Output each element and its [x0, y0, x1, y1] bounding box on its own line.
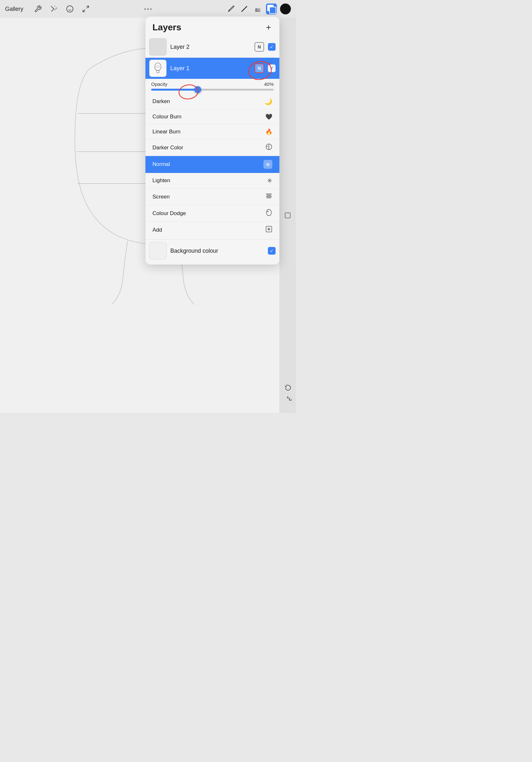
normal-mode-badge: N: [263, 160, 272, 169]
layer-1-mode-badge[interactable]: N: [254, 63, 264, 73]
blend-mode-linear-burn[interactable]: Linear Burn 🔥: [146, 124, 279, 139]
pen-tool-icon[interactable]: [239, 4, 249, 14]
opacity-row: Opacity 40%: [146, 79, 279, 94]
opacity-label: Opacity: [151, 81, 167, 87]
transform-icon[interactable]: [81, 4, 91, 14]
svg-rect-9: [257, 8, 260, 12]
layers-panel: Layers + Layer 2 N ✓ Layer 1 N: [146, 17, 279, 265]
gallery-button[interactable]: Gallery: [5, 6, 23, 12]
blend-mode-colour-dodge[interactable]: Colour Dodge: [146, 205, 279, 222]
svg-rect-28: [285, 213, 290, 218]
blend-mode-darker-color[interactable]: Darker Color: [146, 139, 279, 156]
blend-mode-lighten[interactable]: Lighten ✳: [146, 173, 279, 189]
background-colour-row[interactable]: Background colour ✓: [146, 239, 279, 262]
blend-modes-list: Darken 🌙 Colour Burn 🖤 Linear Burn 🔥 Dar…: [146, 94, 279, 238]
layer-1-visibility-checkbox[interactable]: ✓: [268, 64, 276, 72]
svg-line-7: [83, 10, 85, 12]
opacity-slider-fill: [151, 89, 198, 91]
add-layer-button[interactable]: +: [265, 23, 272, 32]
layer-1-thumbnail: [149, 60, 166, 77]
opacity-value: 40%: [264, 81, 274, 87]
layer-2-name: Layer 2: [170, 44, 251, 50]
svg-point-24: [267, 211, 269, 212]
blend-mode-darken[interactable]: Darken 🌙: [146, 94, 279, 110]
background-colour-checkbox[interactable]: ✓: [268, 247, 276, 255]
svg-point-23: [266, 209, 271, 216]
opacity-slider[interactable]: [151, 89, 274, 91]
right-sidebar: [279, 18, 296, 413]
layer-2-mode-badge[interactable]: N: [254, 42, 264, 52]
color-picker-button[interactable]: [280, 4, 291, 14]
magic-icon[interactable]: [49, 4, 59, 14]
opacity-label-row: Opacity 40%: [151, 81, 274, 87]
layer-1-item[interactable]: Layer 1 N ✓: [146, 58, 279, 79]
layers-toggle-button[interactable]: [266, 4, 277, 14]
toolbar-dots: [145, 8, 152, 10]
layer-1-name: Layer 1: [170, 65, 251, 72]
background-colour-label: Background colour: [170, 248, 264, 254]
blend-mode-add[interactable]: Add: [146, 222, 279, 238]
layers-panel-header: Layers +: [146, 17, 279, 37]
redo-button[interactable]: [282, 394, 294, 407]
eraser-tool-icon[interactable]: [253, 4, 263, 14]
toolbar-left: Gallery: [5, 4, 223, 14]
layer-2-visibility-checkbox[interactable]: ✓: [268, 43, 276, 51]
svg-line-6: [87, 6, 89, 8]
opacity-slider-thumb[interactable]: [194, 86, 201, 93]
smudge-icon[interactable]: [65, 4, 75, 14]
layers-panel-title: Layers: [153, 22, 181, 33]
transform-sidebar-button[interactable]: [282, 209, 294, 221]
background-colour-thumbnail: [149, 242, 166, 260]
toolbar-right: [226, 4, 291, 14]
blend-mode-normal[interactable]: Normal N: [146, 156, 279, 173]
svg-point-11: [155, 63, 161, 70]
blend-mode-colour-burn[interactable]: Colour Burn 🖤: [146, 110, 279, 124]
pencil-tool-icon[interactable]: [226, 4, 236, 14]
wrench-icon[interactable]: [33, 4, 43, 14]
layer-2-thumbnail: [149, 38, 166, 55]
toolbar: Gallery: [0, 0, 296, 18]
undo-button[interactable]: [282, 382, 294, 394]
blend-mode-screen[interactable]: Screen: [146, 189, 279, 205]
layer-2-item[interactable]: Layer 2 N ✓: [146, 37, 279, 57]
